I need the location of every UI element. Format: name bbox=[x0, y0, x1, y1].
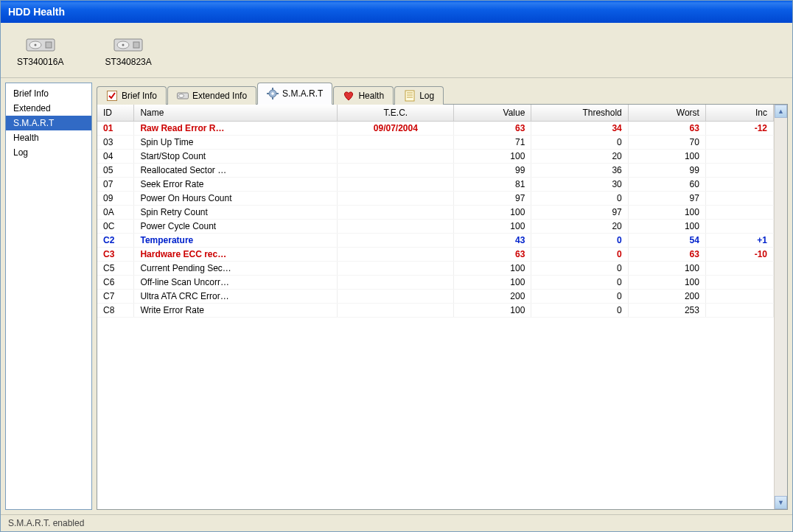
cell-value: 43 bbox=[454, 234, 531, 248]
sidebar-item[interactable]: Brief Info bbox=[6, 86, 91, 101]
tab-extended-info[interactable]: Extended Info bbox=[167, 86, 256, 105]
cell-value: 100 bbox=[454, 150, 531, 164]
cell-id: C6 bbox=[97, 276, 134, 290]
cell-inc: -10 bbox=[705, 248, 773, 262]
svg-point-12 bbox=[271, 92, 274, 95]
tab-label: Health bbox=[358, 91, 384, 101]
cell-id: 01 bbox=[97, 122, 134, 136]
cell-value: 200 bbox=[454, 290, 531, 304]
tab-health[interactable]: Health bbox=[333, 86, 394, 105]
sidebar-item[interactable]: Log bbox=[6, 145, 91, 160]
col-header-value[interactable]: Value bbox=[454, 105, 531, 122]
tab-strip: Brief InfoExtended InfoS.M.A.R.THealthLo… bbox=[97, 83, 788, 105]
scroll-up-button[interactable]: ▲ bbox=[775, 105, 787, 118]
cell-tec bbox=[338, 192, 454, 206]
cell-name: Current Pending Sec… bbox=[134, 262, 338, 276]
title-bar[interactable]: HDD Health bbox=[1, 1, 792, 23]
col-header-worst[interactable]: Worst bbox=[628, 105, 705, 122]
drive-item[interactable]: ST340016A bbox=[11, 30, 69, 70]
scroll-track[interactable] bbox=[775, 118, 787, 496]
table-row[interactable]: 03Spin Up Time71070 bbox=[97, 136, 774, 150]
cell-worst: 100 bbox=[628, 220, 705, 234]
cell-worst: 100 bbox=[628, 206, 705, 220]
col-header-inc[interactable]: Inc bbox=[705, 105, 773, 122]
status-text: S.M.A.R.T. enabled bbox=[8, 518, 84, 528]
cell-id: 09 bbox=[97, 192, 134, 206]
window-content: ST340016AST340823A Brief InfoExtendedS.M… bbox=[1, 23, 792, 531]
cell-name: Start/Stop Count bbox=[134, 150, 338, 164]
vertical-scrollbar[interactable]: ▲ ▼ bbox=[774, 105, 787, 509]
cell-value: 71 bbox=[454, 136, 531, 150]
table-row[interactable]: 0CPower Cycle Count10020100 bbox=[97, 220, 774, 234]
table-row[interactable]: C6Off-line Scan Uncorr…1000100 bbox=[97, 276, 774, 290]
tab-label: Log bbox=[419, 91, 434, 101]
table-row[interactable]: C2Temperature43054+1 bbox=[97, 234, 774, 248]
sidebar: Brief InfoExtendedS.M.A.R.THealthLog bbox=[5, 83, 92, 510]
table-row[interactable]: C3Hardware ECC rec…63063-10 bbox=[97, 248, 774, 262]
svg-rect-7 bbox=[133, 42, 139, 48]
cell-threshold: 30 bbox=[531, 178, 628, 192]
cell-inc bbox=[705, 262, 773, 276]
cell-id: C2 bbox=[97, 234, 134, 248]
table-row[interactable]: 05Reallocated Sector …993699 bbox=[97, 164, 774, 178]
tab-log[interactable]: Log bbox=[394, 86, 444, 105]
cell-name: Ultra ATA CRC Error… bbox=[134, 290, 338, 304]
col-header-threshold[interactable]: Threshold bbox=[531, 105, 628, 122]
tab-s-m-a-r-t[interactable]: S.M.A.R.T bbox=[257, 83, 332, 105]
cell-value: 100 bbox=[454, 220, 531, 234]
table-row[interactable]: 0ASpin Retry Count10097100 bbox=[97, 206, 774, 220]
table-scroll[interactable]: ID Name T.E.C. Value Threshold Worst Inc… bbox=[97, 105, 774, 509]
cell-worst: 100 bbox=[628, 276, 705, 290]
cell-tec bbox=[338, 234, 454, 248]
cell-id: C3 bbox=[97, 248, 134, 262]
col-header-id[interactable]: ID bbox=[97, 105, 134, 122]
sidebar-item[interactable]: S.M.A.R.T bbox=[6, 116, 91, 130]
table-row[interactable]: 04Start/Stop Count10020100 bbox=[97, 150, 774, 164]
cell-inc bbox=[705, 136, 773, 150]
svg-rect-3 bbox=[46, 42, 52, 48]
svg-point-6 bbox=[122, 44, 125, 46]
cell-value: 99 bbox=[454, 164, 531, 178]
cell-id: 07 bbox=[97, 178, 134, 192]
drive-item[interactable]: ST340823A bbox=[99, 30, 157, 70]
tab-label: S.M.A.R.T bbox=[282, 88, 323, 99]
cell-tec bbox=[338, 290, 454, 304]
window-title: HDD Health bbox=[8, 6, 65, 18]
cell-id: 04 bbox=[97, 150, 134, 164]
cell-tec bbox=[338, 150, 454, 164]
table-row[interactable]: 07Seek Error Rate813060 bbox=[97, 178, 774, 192]
col-header-name[interactable]: Name bbox=[134, 105, 338, 122]
table-row[interactable]: 01Raw Read Error R…09/07/2004633463-12 bbox=[97, 122, 774, 136]
sidebar-item[interactable]: Extended bbox=[6, 101, 91, 116]
cell-id: 0A bbox=[97, 206, 134, 220]
table-row[interactable]: C8Write Error Rate1000253 bbox=[97, 304, 774, 318]
cell-value: 97 bbox=[454, 192, 531, 206]
cell-name: Off-line Scan Uncorr… bbox=[134, 276, 338, 290]
cell-name: Spin Up Time bbox=[134, 136, 338, 150]
col-header-tec[interactable]: T.E.C. bbox=[338, 105, 454, 122]
cell-tec bbox=[338, 220, 454, 234]
svg-point-10 bbox=[179, 94, 184, 98]
cell-inc: +1 bbox=[705, 234, 773, 248]
tab-label: Extended Info bbox=[192, 91, 247, 101]
tab-label: Brief Info bbox=[122, 91, 157, 101]
drive-toolbar: ST340016AST340823A bbox=[1, 23, 792, 78]
table-row[interactable]: 09Power On Hours Count97097 bbox=[97, 192, 774, 206]
scroll-down-button[interactable]: ▼ bbox=[775, 496, 787, 509]
sidebar-item[interactable]: Health bbox=[6, 130, 91, 145]
cell-inc bbox=[705, 304, 773, 318]
app-window: HDD Health ST340016AST340823A Brief Info… bbox=[0, 0, 793, 532]
log-icon bbox=[404, 90, 416, 102]
cell-value: 63 bbox=[454, 248, 531, 262]
svg-point-2 bbox=[34, 44, 36, 46]
tab-brief-info[interactable]: Brief Info bbox=[97, 86, 167, 105]
table-row[interactable]: C5Current Pending Sec…1000100 bbox=[97, 262, 774, 276]
cell-inc bbox=[705, 290, 773, 304]
cell-threshold: 0 bbox=[531, 248, 628, 262]
cell-name: Hardware ECC rec… bbox=[134, 248, 338, 262]
cell-threshold: 20 bbox=[531, 150, 628, 164]
cell-worst: 63 bbox=[628, 248, 705, 262]
cell-tec bbox=[338, 178, 454, 192]
table-row[interactable]: C7Ultra ATA CRC Error…2000200 bbox=[97, 290, 774, 304]
cell-tec: 09/07/2004 bbox=[338, 122, 454, 136]
